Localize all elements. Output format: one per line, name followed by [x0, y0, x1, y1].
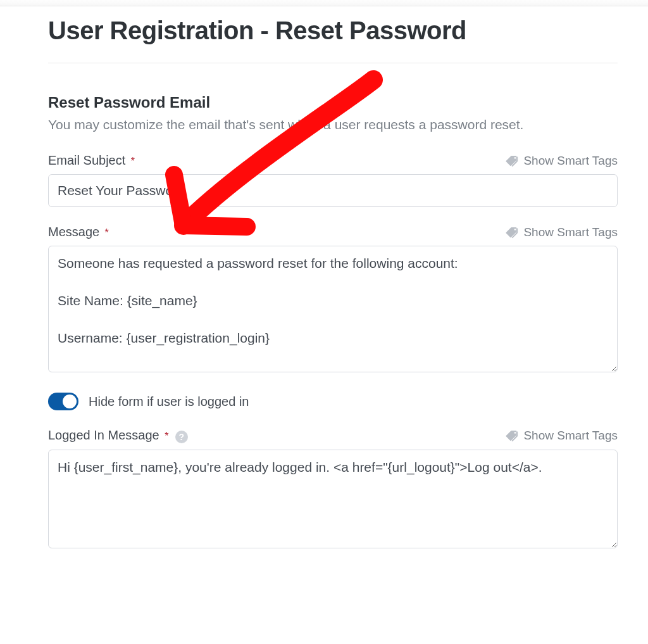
show-smart-tags-link[interactable]: Show Smart Tags: [504, 429, 618, 443]
smart-tags-label: Show Smart Tags: [523, 225, 618, 239]
smart-tags-label: Show Smart Tags: [523, 154, 618, 168]
required-marker: *: [131, 156, 135, 167]
required-marker: *: [165, 431, 168, 441]
reset-password-section: Reset Password Email You may customize t…: [48, 94, 618, 551]
help-icon[interactable]: ?: [175, 431, 188, 443]
section-description: You may customize the email that's sent …: [48, 115, 618, 134]
logged-in-message-field: Logged In Message * ? Show Smart Tags Hi…: [48, 428, 618, 551]
email-subject-label: Email Subject: [48, 153, 125, 167]
email-subject-field: Email Subject * Show Smart Tags: [48, 153, 618, 207]
hide-form-toggle[interactable]: [48, 393, 78, 410]
tag-icon: [504, 154, 518, 168]
divider: [48, 63, 618, 63]
logged-in-message-label: Logged In Message: [48, 428, 159, 442]
tag-icon: [504, 429, 518, 443]
section-title: Reset Password Email: [48, 94, 618, 111]
toggle-knob: [63, 395, 77, 408]
message-textarea[interactable]: Someone has requested a password reset f…: [48, 246, 618, 372]
top-strip: [0, 0, 648, 6]
show-smart-tags-link[interactable]: Show Smart Tags: [504, 225, 618, 239]
tag-icon: [504, 225, 518, 239]
hide-form-toggle-row: Hide form if user is logged in: [48, 393, 618, 410]
required-marker: *: [105, 227, 109, 238]
logged-in-message-textarea[interactable]: Hi {user_first_name}, you're already log…: [48, 450, 618, 548]
message-label: Message: [48, 225, 99, 239]
smart-tags-label: Show Smart Tags: [523, 429, 618, 443]
hide-form-toggle-label: Hide form if user is logged in: [89, 395, 249, 409]
show-smart-tags-link[interactable]: Show Smart Tags: [504, 154, 618, 168]
page-title: User Registration - Reset Password: [48, 16, 618, 45]
message-field: Message * Show Smart Tags Someone has re…: [48, 225, 618, 375]
email-subject-input[interactable]: [48, 174, 618, 207]
